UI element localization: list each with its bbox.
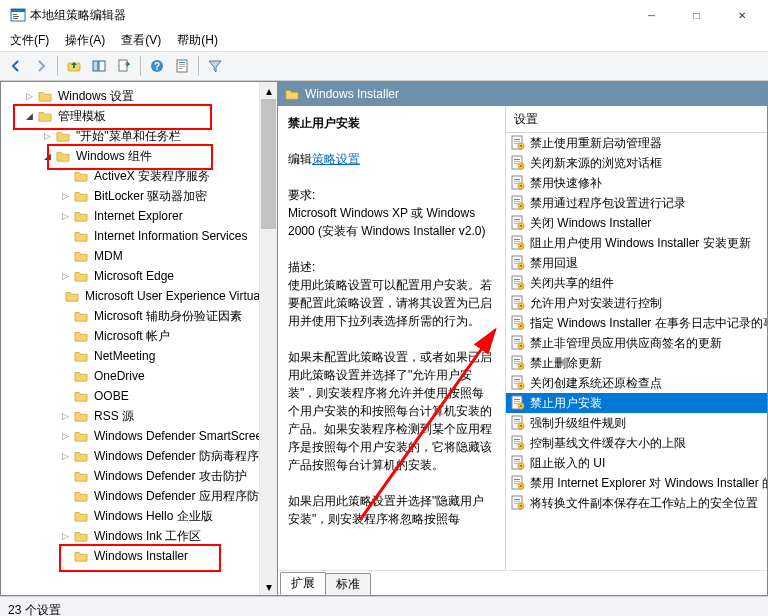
svg-rect-83: [514, 359, 520, 360]
export-button[interactable]: [112, 54, 136, 78]
settings-item[interactable]: 禁止非管理员应用供应商签名的更新: [506, 333, 767, 353]
tree-item[interactable]: ▷Microsoft Edge: [3, 266, 277, 286]
twist-spacer: ▷: [57, 546, 73, 566]
tree-item[interactable]: ▷Windows Defender 应用程序防护: [3, 486, 277, 506]
settings-item[interactable]: 控制基线文件缓存大小的上限: [506, 433, 767, 453]
twist-spacer: ▷: [57, 366, 73, 386]
folder-icon: [37, 89, 53, 103]
minimize-button[interactable]: ─: [629, 0, 674, 30]
back-button[interactable]: [4, 54, 28, 78]
tree-item[interactable]: ▷Windows Ink 工作区: [3, 526, 277, 546]
folder-icon: [73, 329, 89, 343]
tree-item[interactable]: ▷MDM: [3, 246, 277, 266]
tree-item[interactable]: ▷OOBE: [3, 386, 277, 406]
settings-item[interactable]: 禁用回退: [506, 253, 767, 273]
svg-rect-2: [13, 14, 17, 15]
tree-item[interactable]: ▷OneDrive: [3, 366, 277, 386]
tree-item[interactable]: ▷BitLocker 驱动器加密: [3, 186, 277, 206]
settings-item[interactable]: 关闭新来源的浏览对话框: [506, 153, 767, 173]
tab-standard[interactable]: 标准: [325, 573, 371, 596]
tab-extended[interactable]: 扩展: [280, 572, 326, 595]
window-title: 本地组策略编辑器: [30, 7, 629, 24]
list-column-header[interactable]: 设置: [506, 106, 767, 133]
settings-item-label: 关闭 Windows Installer: [530, 215, 651, 232]
expand-icon[interactable]: ▷: [57, 406, 73, 426]
tree-item[interactable]: ▷Windows Defender SmartScreen: [3, 426, 277, 446]
svg-rect-53: [514, 259, 520, 260]
edit-policy-link[interactable]: 策略设置: [312, 152, 360, 166]
expand-icon[interactable]: ▷: [57, 426, 73, 446]
menu-help[interactable]: 帮助(H): [169, 29, 226, 52]
close-button[interactable]: ✕: [719, 0, 764, 30]
settings-item[interactable]: 禁止删除更新: [506, 353, 767, 373]
tree-item[interactable]: ◢Windows 组件: [3, 146, 277, 166]
settings-item[interactable]: 指定 Windows Installer 在事务日志中记录的事件: [506, 313, 767, 333]
forward-button[interactable]: [29, 54, 53, 78]
svg-rect-54: [514, 261, 520, 262]
app-icon: [10, 7, 26, 23]
tree-item[interactable]: ▷Internet Information Services: [3, 226, 277, 246]
tree-item[interactable]: ◢管理模板: [3, 106, 277, 126]
settings-item[interactable]: 关闭创建系统还原检查点: [506, 373, 767, 393]
settings-item[interactable]: 允许用户对安装进行控制: [506, 293, 767, 313]
show-hide-tree-button[interactable]: [87, 54, 111, 78]
expand-icon[interactable]: ▷: [57, 526, 73, 546]
maximize-button[interactable]: □: [674, 0, 719, 30]
expand-icon[interactable]: ▷: [39, 126, 55, 146]
properties-button[interactable]: [170, 54, 194, 78]
menu-action[interactable]: 操作(A): [57, 29, 113, 52]
expand-icon[interactable]: ▷: [57, 446, 73, 466]
collapse-icon[interactable]: ◢: [21, 106, 37, 126]
tree-item[interactable]: ▷Microsoft 辅助身份验证因素: [3, 306, 277, 326]
settings-item[interactable]: 禁用 Internet Explorer 对 Windows Installer…: [506, 473, 767, 493]
svg-rect-47: [514, 239, 520, 240]
settings-item[interactable]: 将转换文件副本保存在工作站上的安全位置: [506, 493, 767, 513]
tree-pane: ▷Windows 设置◢管理模板▷"开始"菜单和任务栏◢Windows 组件▷A…: [0, 81, 278, 596]
svg-rect-89: [514, 379, 520, 380]
settings-item[interactable]: 禁止用户安装: [506, 393, 767, 413]
tree-item[interactable]: ▷Microsoft User Experience Virtualizatio…: [3, 286, 277, 306]
expand-icon[interactable]: ▷: [57, 186, 73, 206]
svg-rect-42: [514, 221, 520, 222]
menu-file[interactable]: 文件(F): [2, 29, 57, 52]
menu-view[interactable]: 查看(V): [113, 29, 169, 52]
svg-rect-84: [514, 361, 520, 362]
tree-item-label: Microsoft Edge: [92, 265, 176, 287]
svg-rect-105: [520, 425, 521, 427]
tree-item-label: Microsoft User Experience Virtualization: [83, 285, 277, 307]
help-button[interactable]: ?: [145, 54, 169, 78]
svg-rect-29: [514, 179, 520, 180]
tree-item[interactable]: ▷Windows Defender 攻击防护: [3, 466, 277, 486]
svg-rect-17: [514, 139, 520, 140]
settings-item[interactable]: 强制升级组件规则: [506, 413, 767, 433]
expand-icon[interactable]: ▷: [57, 266, 73, 286]
tree-item-label: Windows 组件: [74, 145, 154, 167]
tree-item[interactable]: ▷ActiveX 安装程序服务: [3, 166, 277, 186]
up-button[interactable]: [62, 54, 86, 78]
tree-item[interactable]: ▷"开始"菜单和任务栏: [3, 126, 277, 146]
folder-icon: [73, 209, 89, 223]
settings-item[interactable]: 禁用快速修补: [506, 173, 767, 193]
svg-rect-13: [179, 64, 185, 65]
filter-button[interactable]: [203, 54, 227, 78]
tree-item-label: Internet Information Services: [92, 225, 249, 247]
collapse-icon[interactable]: ◢: [39, 146, 55, 166]
twist-spacer: ▷: [57, 346, 73, 366]
tree-item[interactable]: ▷RSS 源: [3, 406, 277, 426]
tree-item[interactable]: ▷NetMeeting: [3, 346, 277, 366]
settings-item[interactable]: 关闭共享的组件: [506, 273, 767, 293]
settings-item[interactable]: 关闭 Windows Installer: [506, 213, 767, 233]
tree-item[interactable]: ▷Internet Explorer: [3, 206, 277, 226]
settings-item[interactable]: 禁用通过程序包设置进行记录: [506, 193, 767, 213]
tree-item[interactable]: ▷Microsoft 帐户: [3, 326, 277, 346]
settings-item[interactable]: 阻止用户使用 Windows Installer 安装更新: [506, 233, 767, 253]
tree-item[interactable]: ▷Windows 设置: [3, 86, 277, 106]
settings-item[interactable]: 阻止嵌入的 UI: [506, 453, 767, 473]
tree-item[interactable]: ▷Windows Defender 防病毒程序: [3, 446, 277, 466]
tree-item[interactable]: ▷Windows Hello 企业版: [3, 506, 277, 526]
expand-icon[interactable]: ▷: [21, 86, 37, 106]
expand-icon[interactable]: ▷: [57, 206, 73, 226]
settings-item[interactable]: 禁止使用重新启动管理器: [506, 133, 767, 153]
tree-item[interactable]: ▷Windows Installer: [3, 546, 277, 566]
folder-icon: [73, 529, 89, 543]
